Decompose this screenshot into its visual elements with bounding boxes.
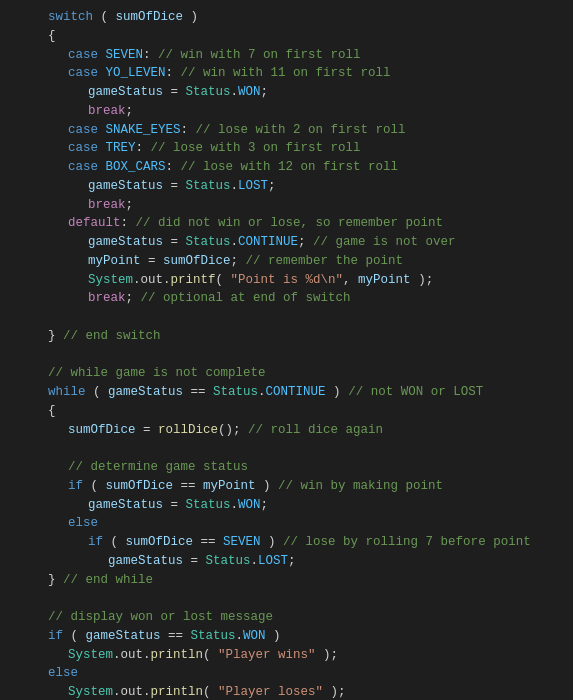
code-token: // roll dice again xyxy=(248,421,383,440)
code-token: sumOfDice xyxy=(163,252,231,271)
code-token: WON xyxy=(238,83,261,102)
code-token: gameStatus xyxy=(86,627,161,646)
code-token: : xyxy=(166,158,181,177)
code-token: .out. xyxy=(113,683,151,700)
code-token: break xyxy=(88,102,126,121)
code-token: System xyxy=(68,683,113,700)
code-token: break xyxy=(88,196,126,215)
code-token: Status xyxy=(213,383,258,402)
code-token: // optional at end of switch xyxy=(141,289,351,308)
code-token: // did not win or lose, so remember poin… xyxy=(136,214,444,233)
code-line xyxy=(0,308,573,327)
code-token: // lose with 2 on first roll xyxy=(196,121,406,140)
code-token: : xyxy=(181,121,196,140)
code-token: // determine game status xyxy=(68,458,248,477)
code-token: = xyxy=(163,496,186,515)
code-token xyxy=(98,64,106,83)
code-token: ( xyxy=(103,533,126,552)
code-token: else xyxy=(68,514,98,533)
code-line: else xyxy=(0,664,573,683)
code-token xyxy=(98,46,106,65)
code-token: ; xyxy=(298,233,313,252)
code-token: ; xyxy=(261,496,269,515)
code-line: case SEVEN: // win with 7 on first roll xyxy=(0,46,573,65)
code-token: == xyxy=(183,383,213,402)
code-token: .out. xyxy=(133,271,171,290)
code-token: sumOfDice xyxy=(106,477,174,496)
code-token: CONTINUE xyxy=(266,383,326,402)
code-line: gameStatus = Status.LOST; xyxy=(0,177,573,196)
code-token: LOST xyxy=(238,177,268,196)
code-token: . xyxy=(236,627,244,646)
code-token: ( xyxy=(203,646,218,665)
code-token xyxy=(98,121,106,140)
code-token: case xyxy=(68,139,98,158)
code-token: "Player wins" xyxy=(218,646,316,665)
code-token: , xyxy=(343,271,358,290)
code-line: gameStatus = Status.LOST; xyxy=(0,552,573,571)
code-token: // lose with 12 on first roll xyxy=(181,158,399,177)
code-token: ) xyxy=(256,477,279,496)
code-token: // lose by rolling 7 before point xyxy=(283,533,531,552)
code-token: Status xyxy=(206,552,251,571)
code-token xyxy=(98,158,106,177)
code-token: Status xyxy=(191,627,236,646)
code-line: else xyxy=(0,514,573,533)
code-token: // win with 7 on first roll xyxy=(158,46,361,65)
code-token xyxy=(98,139,106,158)
code-line: default: // did not win or lose, so reme… xyxy=(0,214,573,233)
code-token: Status xyxy=(186,83,231,102)
code-line xyxy=(0,346,573,365)
code-token: ; xyxy=(288,552,296,571)
code-token: : xyxy=(136,139,151,158)
code-token: // display won or lost message xyxy=(48,608,273,627)
code-token: : xyxy=(166,64,181,83)
code-token: case xyxy=(68,64,98,83)
code-token: rollDice xyxy=(158,421,218,440)
code-token: = xyxy=(183,552,206,571)
code-line: // determine game status xyxy=(0,458,573,477)
code-token: ; xyxy=(261,83,269,102)
code-line: { xyxy=(0,27,573,46)
code-token: . xyxy=(231,83,239,102)
code-token: default xyxy=(68,214,121,233)
code-token: SEVEN xyxy=(223,533,261,552)
code-token: CONTINUE xyxy=(238,233,298,252)
code-line: case YO_LEVEN: // win with 11 on first r… xyxy=(0,64,573,83)
code-token: case xyxy=(68,121,98,140)
code-token: = xyxy=(136,421,159,440)
code-token: switch xyxy=(48,8,93,27)
code-line: gameStatus = Status.CONTINUE; // game is… xyxy=(0,233,573,252)
code-token: // end while xyxy=(63,571,153,590)
code-token: . xyxy=(231,496,239,515)
code-token: System xyxy=(88,271,133,290)
code-token: (); xyxy=(218,421,248,440)
code-line: gameStatus = Status.WON; xyxy=(0,496,573,515)
code-token: } xyxy=(48,571,63,590)
code-token: // remember the point xyxy=(246,252,404,271)
code-line: case SNAKE_EYES: // lose with 2 on first… xyxy=(0,121,573,140)
code-line: case TREY: // lose with 3 on first roll xyxy=(0,139,573,158)
code-token: = xyxy=(141,252,164,271)
code-token: if xyxy=(68,477,83,496)
code-token: System xyxy=(68,646,113,665)
code-token: .out. xyxy=(113,646,151,665)
code-token: = xyxy=(163,83,186,102)
code-token: while xyxy=(48,383,86,402)
code-line: System.out.println( "Player loses" ); xyxy=(0,683,573,700)
code-token: // end switch xyxy=(63,327,161,346)
code-token: Status xyxy=(186,177,231,196)
code-token: printf xyxy=(171,271,216,290)
code-token: ( xyxy=(216,271,231,290)
code-token: gameStatus xyxy=(88,177,163,196)
code-token: ); xyxy=(323,683,346,700)
code-token: Status xyxy=(186,233,231,252)
code-token: : xyxy=(121,214,136,233)
code-line: while ( gameStatus == Status.CONTINUE ) … xyxy=(0,383,573,402)
code-token: ; xyxy=(126,196,134,215)
code-token: myPoint xyxy=(358,271,411,290)
code-line: { xyxy=(0,402,573,421)
code-line: if ( sumOfDice == myPoint ) // win by ma… xyxy=(0,477,573,496)
code-line xyxy=(0,589,573,608)
code-token: WON xyxy=(243,627,266,646)
